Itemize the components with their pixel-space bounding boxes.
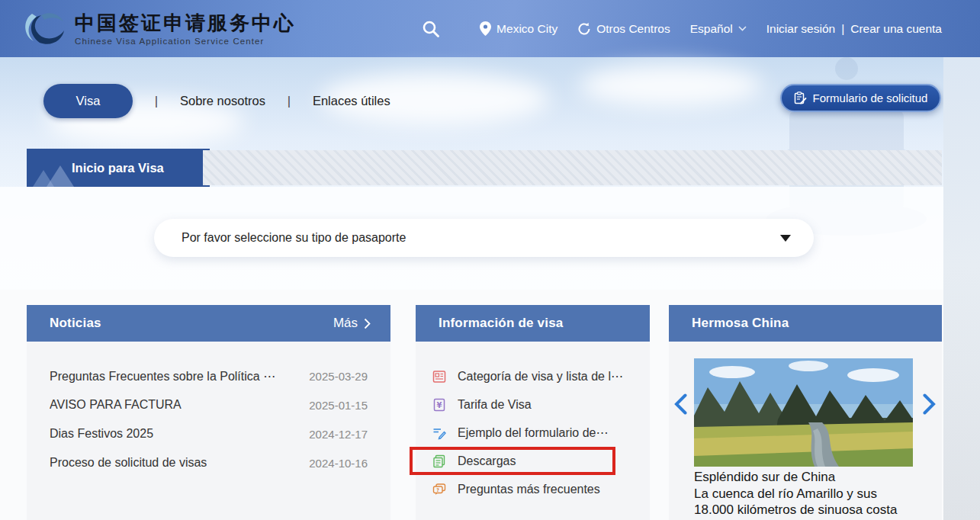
top-header: 中国签证申请服务中心 Chinese Visa Application Serv… bbox=[0, 0, 980, 57]
carousel-next-button chevron-right-icon[interactable] bbox=[923, 393, 936, 415]
news-date: 2024-12-17 bbox=[309, 428, 368, 441]
visa-info-label: Preguntas más frecuentes bbox=[458, 483, 600, 496]
faq-chat-icon: ? bbox=[432, 483, 446, 496]
news-panel-header: Noticias Más bbox=[27, 305, 390, 342]
news-row[interactable]: Preguntas Frecuentes sobre la Política ⋯… bbox=[27, 361, 390, 390]
passport-type-dropdown[interactable]: Por favor seleccione su tipo de pasaport… bbox=[154, 219, 814, 257]
visa-home-tab-label: Inicio para Visa bbox=[72, 161, 164, 175]
news-panel-title: Noticias bbox=[50, 316, 101, 331]
tab-separator: | bbox=[265, 94, 313, 109]
location-selector[interactable]: Mexico City bbox=[480, 21, 557, 36]
caption-line: La cuenca del río Amarillo y sus bbox=[694, 486, 923, 502]
register-label: Crear una cuenta bbox=[850, 22, 942, 36]
carousel-caption[interactable]: Espléndido sur de China La cuenca del rí… bbox=[694, 469, 923, 518]
search-button[interactable] bbox=[422, 20, 440, 38]
passport-type-placeholder: Por favor seleccione su tipo de pasaport… bbox=[182, 231, 780, 245]
news-date: 2025-03-29 bbox=[309, 370, 368, 383]
visa-info-label: Tarifa de Visa bbox=[458, 398, 532, 412]
news-title: Preguntas Frecuentes sobre la Política ⋯ bbox=[50, 369, 275, 384]
news-list: Preguntas Frecuentes sobre la Política ⋯… bbox=[27, 342, 390, 477]
application-form-button[interactable]: Formulario de solicitud bbox=[780, 84, 941, 112]
tab-separator: | bbox=[133, 94, 180, 109]
news-row[interactable]: AVISO PARA FACTURA 2025-01-15 bbox=[27, 390, 390, 419]
id-card-icon bbox=[432, 370, 446, 384]
karst-river-landscape-photo[interactable] bbox=[694, 358, 913, 467]
visa-home-tab[interactable]: Inicio para Visa bbox=[27, 149, 210, 187]
svg-text:?: ? bbox=[436, 486, 439, 493]
location-label: Mexico City bbox=[496, 22, 557, 36]
language-label: Español bbox=[690, 22, 733, 36]
application-form-label: Formulario de solicitud bbox=[813, 91, 928, 104]
tab-useful-links[interactable]: Enlaces útiles bbox=[313, 94, 390, 108]
right-background-strip bbox=[943, 57, 980, 520]
site-logo[interactable]: 中国签证申请服务中心 Chinese Visa Application Serv… bbox=[21, 8, 296, 49]
pattern-strip bbox=[203, 150, 942, 185]
carousel-prev-button chevron-left-icon[interactable] bbox=[674, 393, 687, 415]
logo-text: 中国签证申请服务中心 Chinese Visa Application Serv… bbox=[75, 11, 296, 46]
news-more-link[interactable]: Más bbox=[333, 316, 371, 331]
news-title: Proceso de solicitud de visas bbox=[50, 456, 207, 470]
language-selector[interactable]: Español bbox=[690, 22, 747, 36]
search-icon bbox=[422, 20, 440, 38]
news-row[interactable]: Dias Festivos 2025 2024-12-17 bbox=[27, 419, 390, 448]
form-pen-icon bbox=[432, 426, 446, 440]
news-panel-body: Preguntas Frecuentes sobre la Política ⋯… bbox=[27, 342, 390, 520]
news-date: 2024-10-16 bbox=[309, 457, 368, 470]
news-title: AVISO PARA FACTURA bbox=[50, 398, 182, 412]
yen-document-icon: ¥ bbox=[432, 398, 446, 412]
header-nav: Mexico City Otros Centros Español Inicia… bbox=[422, 0, 980, 57]
tab-visa[interactable]: Visa bbox=[43, 84, 133, 118]
news-title: Dias Festivos 2025 bbox=[50, 427, 153, 441]
tab-visa-label: Visa bbox=[76, 94, 101, 108]
caret-down-icon bbox=[780, 235, 791, 242]
login-label: Iniciar sesión bbox=[766, 22, 835, 36]
news-more-label: Más bbox=[333, 316, 358, 331]
visa-info-label: Ejemplo del formulario de⋯ bbox=[458, 425, 608, 440]
visa-info-label: Categoría de visa y lista de l⋯ bbox=[458, 369, 623, 384]
visa-info-link-fee[interactable]: ¥ Tarifa de Visa bbox=[416, 390, 650, 419]
location-pin-icon bbox=[480, 21, 491, 36]
chevron-right-icon bbox=[364, 318, 371, 329]
main-tabs: Visa | Sobre nosotros | Enlaces útiles bbox=[43, 84, 390, 118]
visa-info-link-form-example[interactable]: Ejemplo del formulario de⋯ bbox=[416, 419, 650, 447]
form-clipboard-icon bbox=[794, 91, 807, 104]
beautiful-china-panel-title: Hermosa China bbox=[692, 316, 789, 331]
swoosh-logo-icon bbox=[21, 8, 69, 49]
chevron-down-icon bbox=[738, 26, 747, 31]
visa-info-label: Descargas bbox=[458, 454, 516, 468]
svg-text:¥: ¥ bbox=[437, 400, 442, 409]
refresh-icon bbox=[577, 22, 591, 36]
caption-title: Espléndido sur de China bbox=[694, 469, 923, 486]
visa-info-link-faq[interactable]: ? Preguntas más frecuentes bbox=[416, 475, 650, 503]
login-link[interactable]: Iniciar sesión bbox=[766, 22, 835, 36]
visa-info-list: Categoría de visa y lista de l⋯ ¥ Tarifa… bbox=[416, 342, 650, 503]
logo-subtitle-en: Chinese Visa Application Service Center bbox=[75, 37, 296, 46]
downloads-documents-icon bbox=[432, 454, 446, 468]
caption-line: 18.000 kilómetros de sinuosa costa bbox=[694, 502, 923, 518]
logo-title-zh: 中国签证申请服务中心 bbox=[75, 11, 296, 34]
visa-info-panel-body: Categoría de visa y lista de l⋯ ¥ Tarifa… bbox=[416, 342, 650, 520]
visa-info-link-categories[interactable]: Categoría de visa y lista de l⋯ bbox=[416, 362, 650, 390]
other-centers-link[interactable]: Otros Centros bbox=[577, 22, 670, 36]
news-row[interactable]: Proceso de solicitud de visas 2024-10-16 bbox=[27, 448, 390, 477]
visa-center-homepage: 中国签证申请服务中心 Chinese Visa Application Serv… bbox=[0, 0, 980, 520]
news-date: 2025-01-15 bbox=[309, 399, 368, 412]
login-divider: | bbox=[841, 22, 844, 36]
beautiful-china-panel-header: Hermosa China bbox=[669, 305, 942, 342]
register-link[interactable]: Crear una cuenta bbox=[850, 22, 942, 36]
visa-info-panel-header: Información de visa bbox=[416, 305, 650, 342]
visa-info-panel-title: Información de visa bbox=[439, 316, 563, 331]
other-centers-label: Otros Centros bbox=[596, 22, 670, 36]
visa-info-link-downloads[interactable]: Descargas bbox=[416, 447, 650, 475]
tab-about[interactable]: Sobre nosotros bbox=[180, 94, 265, 108]
